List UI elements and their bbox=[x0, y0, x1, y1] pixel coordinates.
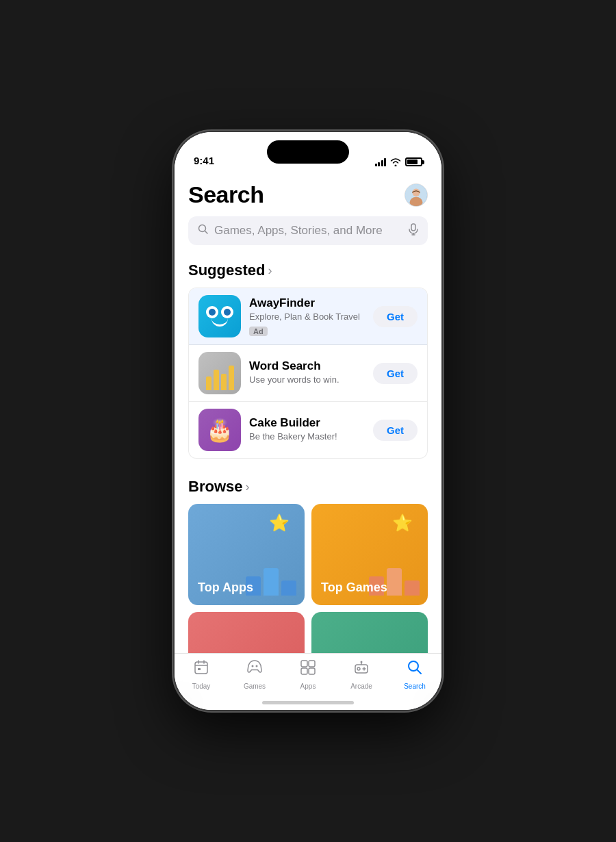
awayfinder-app-icon bbox=[198, 295, 241, 337]
browse-card-entertainment[interactable]: 🍿 Entertainment bbox=[188, 612, 305, 653]
svg-rect-11 bbox=[195, 662, 207, 674]
nav-item-search[interactable]: Search bbox=[388, 659, 441, 690]
ad-badge: Ad bbox=[249, 327, 268, 336]
content-area[interactable]: Search bbox=[175, 170, 441, 653]
search-magnifier-icon bbox=[198, 224, 209, 238]
wordsearch-app-icon bbox=[198, 352, 241, 394]
cakebuilder-app-icon: 🎂 bbox=[198, 409, 241, 451]
browse-grid: ⭐ Top Apps ⭐ bbox=[188, 504, 428, 653]
browse-card-label: Top Apps bbox=[198, 581, 253, 596]
browse-card-food-drink[interactable]: Food & Drink bbox=[311, 612, 428, 653]
status-time: 9:41 bbox=[194, 155, 214, 166]
search-input-bar[interactable]: Games, Apps, Stories, and More bbox=[188, 216, 428, 245]
suggested-chevron-icon: › bbox=[268, 264, 272, 278]
get-button[interactable]: Get bbox=[373, 306, 418, 327]
microphone-icon[interactable] bbox=[409, 223, 418, 238]
app-name: AwayFinder bbox=[249, 296, 365, 310]
browse-card-top-apps[interactable]: ⭐ Top Apps bbox=[188, 504, 305, 605]
nav-label-apps: Apps bbox=[300, 682, 316, 690]
apps-icon bbox=[300, 659, 316, 680]
nav-item-today[interactable]: Today bbox=[175, 659, 228, 690]
svg-rect-21 bbox=[309, 668, 315, 674]
suggested-app-list: AwayFinder Explore, Plan & Book Travel A… bbox=[188, 288, 428, 459]
app-name: Cake Builder bbox=[249, 416, 365, 430]
svg-rect-4 bbox=[411, 224, 415, 231]
browse-title: Browse bbox=[188, 478, 242, 496]
suggested-title: Suggested bbox=[188, 261, 265, 279]
get-button[interactable]: Get bbox=[373, 363, 418, 384]
status-icons bbox=[375, 157, 423, 166]
games-icon bbox=[246, 659, 263, 680]
search-nav-icon bbox=[407, 659, 423, 680]
list-item[interactable]: 🎂 Cake Builder Be the Bakery Master! Get bbox=[189, 402, 427, 458]
browse-section-header[interactable]: Browse › bbox=[188, 478, 428, 496]
phone-frame: 9:41 bbox=[175, 132, 441, 710]
home-indicator bbox=[262, 701, 354, 704]
today-icon bbox=[193, 659, 209, 680]
nav-label-today: Today bbox=[192, 682, 211, 690]
suggested-section-header[interactable]: Suggested › bbox=[188, 261, 428, 279]
app-description: Explore, Plan & Book Travel bbox=[249, 311, 365, 322]
svg-point-16 bbox=[252, 665, 254, 667]
avatar[interactable] bbox=[405, 183, 428, 207]
wifi-icon bbox=[390, 158, 401, 166]
app-name: Word Search bbox=[249, 359, 365, 373]
get-button[interactable]: Get bbox=[373, 420, 418, 441]
browse-chevron-icon: › bbox=[245, 480, 249, 494]
svg-point-17 bbox=[256, 665, 258, 667]
dynamic-island bbox=[267, 140, 349, 164]
nav-label-search: Search bbox=[404, 682, 426, 690]
nav-label-arcade: Arcade bbox=[350, 682, 372, 690]
list-item[interactable]: Word Search Use your words to win. Get bbox=[189, 345, 427, 402]
page-header: Search bbox=[188, 181, 428, 208]
nav-item-games[interactable]: Games bbox=[228, 659, 281, 690]
svg-rect-20 bbox=[301, 668, 307, 674]
app-description: Be the Bakery Master! bbox=[249, 431, 365, 442]
svg-rect-15 bbox=[198, 668, 201, 670]
page-title: Search bbox=[188, 181, 264, 208]
svg-point-1 bbox=[412, 188, 420, 196]
app-description: Use your words to win. bbox=[249, 374, 365, 385]
nav-item-arcade[interactable]: Arcade bbox=[335, 659, 388, 690]
battery-icon bbox=[405, 157, 422, 166]
browse-card-top-games[interactable]: ⭐ Top Games bbox=[311, 504, 428, 605]
svg-rect-19 bbox=[309, 661, 315, 667]
search-placeholder: Games, Apps, Stories, and More bbox=[214, 224, 403, 238]
svg-rect-18 bbox=[301, 661, 307, 667]
arcade-icon bbox=[353, 659, 370, 680]
svg-point-24 bbox=[361, 661, 363, 663]
nav-item-apps[interactable]: Apps bbox=[281, 659, 335, 690]
nav-label-games: Games bbox=[244, 682, 266, 690]
svg-point-25 bbox=[357, 667, 360, 670]
signal-bars-icon bbox=[375, 158, 387, 166]
browse-card-label: Top Games bbox=[321, 581, 387, 596]
screen: 9:41 bbox=[175, 132, 441, 710]
list-item[interactable]: AwayFinder Explore, Plan & Book Travel A… bbox=[189, 288, 427, 345]
